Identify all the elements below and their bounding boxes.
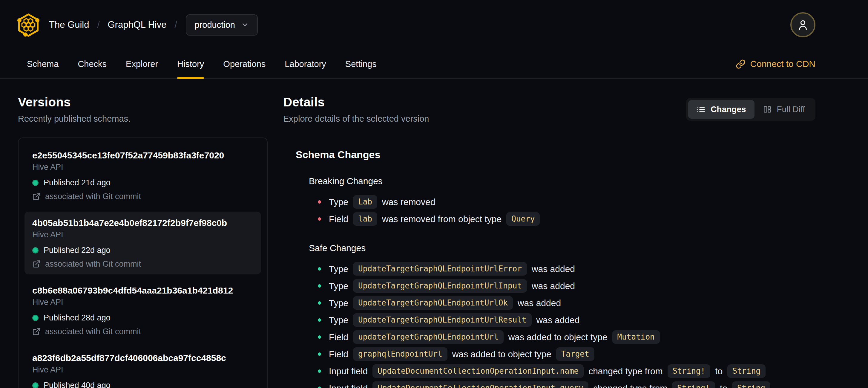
bullet-icon bbox=[318, 301, 321, 305]
tab-laboratory[interactable]: Laboratory bbox=[285, 50, 326, 78]
version-status-label: Published 21d ago bbox=[43, 178, 111, 187]
published-dot-icon bbox=[32, 180, 38, 186]
change-list: TypeLabwas removed Fieldlabwas removed f… bbox=[318, 193, 815, 228]
tab-history[interactable]: History bbox=[177, 50, 204, 78]
version-git-label: associated with Git commit bbox=[45, 327, 141, 336]
list-icon bbox=[696, 105, 706, 114]
tab-checks[interactable]: Checks bbox=[78, 50, 106, 78]
breadcrumb-project[interactable]: GraphQL Hive bbox=[107, 20, 166, 30]
version-hash: a823f6db2a55df877dcf406006abca97fcc4858c bbox=[32, 353, 253, 363]
change-text: Input field bbox=[329, 383, 368, 388]
target-selector-dropdown[interactable]: production bbox=[186, 14, 258, 36]
changes-group: Breaking Changes TypeLabwas removed Fiel… bbox=[309, 176, 815, 228]
version-status-row: Published 21d ago bbox=[32, 178, 253, 187]
version-git-label: associated with Git commit bbox=[45, 260, 141, 268]
breadcrumb-separator: / bbox=[175, 20, 177, 30]
change-text: Type bbox=[329, 315, 348, 325]
change-text: was added bbox=[532, 264, 575, 274]
changes-group: Safe Changes TypeUpdateTargetGraphQLEndp… bbox=[309, 243, 815, 388]
code-chip: lab bbox=[353, 212, 377, 226]
breadcrumb: The Guild / GraphQL Hive / production bbox=[49, 14, 258, 36]
change-text: was added to object type bbox=[452, 349, 551, 359]
tab-schema[interactable]: Schema bbox=[27, 50, 59, 78]
full-diff-view-label: Full Diff bbox=[777, 105, 805, 114]
change-text: Field bbox=[329, 214, 348, 224]
code-chip: UpdateTargetGraphQLEndpointUrlResult bbox=[353, 313, 532, 327]
breadcrumb-org[interactable]: The Guild bbox=[49, 20, 89, 30]
full-diff-view-button[interactable]: Full Diff bbox=[754, 100, 813, 119]
version-service: Hive API bbox=[32, 298, 253, 307]
change-row: FieldupdateTargetGraphQLEndpointUrlwas a… bbox=[318, 329, 815, 346]
change-row: Input fieldUpdateDocumentCollectionOpera… bbox=[318, 380, 815, 388]
details-panel: Details Explore details of the selected … bbox=[283, 95, 815, 388]
code-chip: String! bbox=[672, 381, 715, 388]
tab-operations[interactable]: Operations bbox=[223, 50, 266, 78]
version-list-item[interactable]: a823f6db2a55df877dcf406006abca97fcc4858c… bbox=[25, 347, 261, 388]
version-git-row: associated with Git commit bbox=[32, 327, 253, 336]
bullet-icon bbox=[318, 352, 321, 356]
version-service: Hive API bbox=[32, 365, 253, 374]
change-row: TypeUpdateTargetGraphQLEndpointUrlResult… bbox=[318, 311, 815, 329]
change-row: TypeUpdateTargetGraphQLEndpointUrlInputw… bbox=[318, 277, 815, 294]
version-list-item[interactable]: e2e55045345ce13fe07f52a77459b83fa3fe7020… bbox=[25, 144, 261, 207]
change-text: was added bbox=[536, 315, 580, 325]
code-chip: Lab bbox=[353, 195, 377, 209]
version-hash: c8b6e88a06793b9c4dfd54aaa21b36a1b421d812 bbox=[32, 285, 253, 296]
tab-label: Operations bbox=[223, 59, 266, 69]
version-status-row: Published 40d ago bbox=[32, 381, 253, 388]
code-chip: String! bbox=[668, 364, 711, 378]
change-text: changed type from bbox=[588, 366, 662, 376]
changes-view-button[interactable]: Changes bbox=[688, 100, 754, 119]
bullet-icon bbox=[318, 369, 321, 373]
user-avatar-button[interactable] bbox=[790, 12, 815, 37]
tab-label: History bbox=[177, 59, 204, 69]
version-service: Hive API bbox=[32, 162, 253, 172]
code-chip: UpdateDocumentCollectionOperationInput.q… bbox=[372, 381, 588, 388]
bullet-icon bbox=[318, 200, 321, 204]
change-text: was removed bbox=[382, 197, 435, 207]
code-chip: Target bbox=[556, 347, 594, 361]
version-git-row: associated with Git commit bbox=[32, 260, 253, 268]
version-list-item[interactable]: c8b6e88a06793b9c4dfd54aaa21b36a1b421d812… bbox=[25, 279, 261, 342]
external-link-icon bbox=[32, 260, 41, 268]
change-text: to bbox=[720, 383, 727, 388]
change-text: was added bbox=[532, 281, 575, 291]
project-nav: Schema Checks Explorer History Operation… bbox=[0, 50, 868, 79]
changes-group-title: Breaking Changes bbox=[309, 176, 815, 186]
tab-label: Schema bbox=[27, 59, 59, 69]
change-text: was removed from object type bbox=[382, 214, 501, 224]
connect-to-cdn-link[interactable]: Connect to CDN bbox=[736, 59, 815, 69]
chevron-down-icon bbox=[241, 21, 249, 29]
version-git-row: associated with Git commit bbox=[32, 192, 253, 201]
code-chip: Query bbox=[506, 212, 540, 226]
change-row: Input fieldUpdateDocumentCollectionOpera… bbox=[318, 363, 815, 380]
change-text: Type bbox=[329, 281, 348, 291]
changes-group-title: Safe Changes bbox=[309, 243, 815, 253]
tab-label: Laboratory bbox=[285, 59, 326, 69]
changes-groups: Breaking Changes TypeLabwas removed Fiel… bbox=[296, 176, 815, 388]
change-row: TypeUpdateTargetGraphQLEndpointUrlOkwas … bbox=[318, 294, 815, 311]
version-status-label: Published 40d ago bbox=[43, 381, 111, 388]
target-selector-value: production bbox=[195, 20, 235, 30]
change-text: Type bbox=[329, 298, 348, 308]
change-text: Field bbox=[329, 332, 348, 342]
app-header: The Guild / GraphQL Hive / production bbox=[0, 0, 868, 50]
code-chip: String bbox=[732, 381, 770, 388]
change-text: Type bbox=[329, 264, 348, 274]
change-text: changed type from bbox=[593, 383, 667, 388]
code-chip: updateTargetGraphQLEndpointUrl bbox=[353, 330, 504, 344]
tab-explorer[interactable]: Explorer bbox=[126, 50, 158, 78]
version-status-label: Published 22d ago bbox=[43, 246, 111, 255]
main-content: Versions Recently published schemas. e2e… bbox=[0, 79, 868, 388]
version-status-row: Published 22d ago bbox=[32, 246, 253, 255]
tab-label: Explorer bbox=[126, 59, 158, 69]
change-row: FieldgraphqlEndpointUrlwas added to obje… bbox=[318, 346, 815, 363]
change-text: was added to object type bbox=[508, 332, 608, 342]
version-list-item[interactable]: 4b05ab51b1b4a7e2e4b0ef82172f2b9f7ef98c0b… bbox=[25, 212, 261, 274]
change-list: TypeUpdateTargetGraphQLEndpointUrlErrorw… bbox=[318, 260, 815, 388]
code-chip: UpdateTargetGraphQLEndpointUrlInput bbox=[353, 279, 527, 293]
version-git-label: associated with Git commit bbox=[45, 192, 141, 201]
bullet-icon bbox=[318, 267, 321, 271]
change-text: Field bbox=[329, 349, 348, 359]
tab-settings[interactable]: Settings bbox=[345, 50, 377, 78]
